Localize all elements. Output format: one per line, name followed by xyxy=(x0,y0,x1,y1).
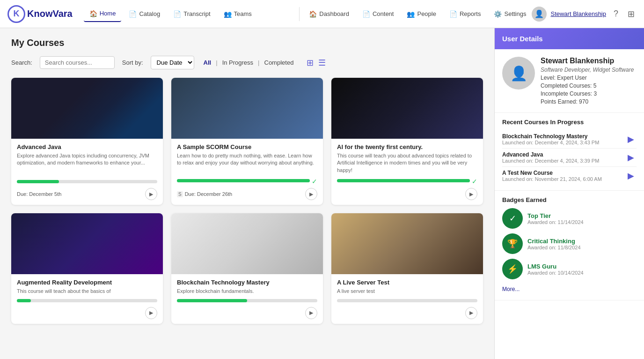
progress-bar-bg xyxy=(337,299,477,302)
nav-link-transcript[interactable]: 📄Transcript xyxy=(168,7,216,22)
progress-bar-fill xyxy=(17,180,59,183)
course-title: AI for the twenty first century. xyxy=(337,143,477,150)
nav-user-area: 👤 Stewart Blankenship ? ⊞ xyxy=(532,7,637,22)
complete-icon: ✓ xyxy=(312,178,317,185)
nav-link-label: Reports xyxy=(460,10,481,17)
recent-course-play-button[interactable]: ▶ xyxy=(625,152,637,163)
nav-link-catalog[interactable]: 📄Catalog xyxy=(123,7,166,22)
nav-link-content[interactable]: 📄Content xyxy=(357,7,400,22)
progress-bar-fill xyxy=(337,179,470,182)
nav-link-teams[interactable]: 👥Teams xyxy=(218,7,257,22)
badge-circle: 🏆 xyxy=(502,233,523,254)
recent-courses-list: Blockchain Technology Mastery Launched o… xyxy=(502,130,637,185)
course-description: Explore advanced Java topics including c… xyxy=(17,152,157,176)
course-body: Advanced Java Explore advanced Java topi… xyxy=(11,139,163,205)
navbar: K KnowVara 🏠Home📄Catalog📄Transcript👥Team… xyxy=(0,0,644,28)
grid-view-button[interactable]: ⊞ xyxy=(306,57,315,69)
people-icon: 👥 xyxy=(407,10,415,18)
nav-link-settings[interactable]: ⚙️Settings xyxy=(488,7,532,22)
course-body: Blockchain Technology Mastery Explore bl… xyxy=(171,274,323,323)
badge-item: ⚡ LMS Guru Awarded on: 10/14/2024 xyxy=(502,259,637,279)
course-thumbnail xyxy=(11,78,163,139)
list-view-button[interactable]: ☰ xyxy=(317,57,327,69)
progress-bar-bg xyxy=(337,179,470,182)
content-icon: 📄 xyxy=(362,10,370,18)
logo-text: KnowVara xyxy=(27,8,73,19)
play-button[interactable]: ▶ xyxy=(305,188,317,200)
nav-link-dashboard[interactable]: 🏠Dashboard xyxy=(303,7,355,22)
badge-name: Critical Thinking xyxy=(527,238,581,245)
settings-icon: ⚙️ xyxy=(494,10,502,18)
recent-course-name: A Test New Course xyxy=(502,170,625,176)
user-menu[interactable]: 👤 Stewart Blankenship xyxy=(532,7,606,22)
nav-links: 🏠Home📄Catalog📄Transcript👥Teams xyxy=(84,6,296,22)
profile-avatar: 👤 xyxy=(502,57,535,90)
course-card: A Live Server Test A live server test ▶ xyxy=(331,213,483,323)
courses-grid: Advanced Java Explore advanced Java topi… xyxy=(11,78,483,324)
sidebar: User Details 👤 Stewart Blankenship Softw… xyxy=(494,28,644,359)
course-body: AI for the twenty first century. This co… xyxy=(331,139,483,205)
logo-icon: K xyxy=(7,5,25,23)
help-button[interactable]: ? xyxy=(612,7,620,21)
catalog-icon: 📄 xyxy=(129,10,137,18)
transcript-icon: 📄 xyxy=(173,10,181,18)
profile-incomplete: Incomplete Courses: 3 xyxy=(541,90,634,97)
due-date: Due: December 5th xyxy=(17,191,61,197)
recent-course-date: Launched on: December 4, 2024, 3:39 PM xyxy=(502,158,625,164)
play-button[interactable]: ▶ xyxy=(145,188,157,200)
filter-in-progress[interactable]: In Progress xyxy=(220,58,255,67)
nav-right-links: 🏠Dashboard📄Content👥People📄Reports⚙️Setti… xyxy=(303,7,532,22)
search-label: Search: xyxy=(11,59,32,66)
search-input[interactable] xyxy=(40,56,115,69)
nav-link-label: Catalog xyxy=(139,10,160,17)
badge-item: 🏆 Critical Thinking Awarded on: 11/8/202… xyxy=(502,233,637,254)
profile-level: Level: Expert User xyxy=(541,75,634,81)
course-footer: Due: December 5th ▶ xyxy=(17,188,157,200)
progress-bar-bg xyxy=(177,299,317,302)
filter-all[interactable]: All xyxy=(202,58,213,67)
recent-course-name: Advanced Java xyxy=(502,151,625,158)
logout-button[interactable]: ⊞ xyxy=(626,7,637,21)
filter-completed[interactable]: Completed xyxy=(263,58,296,67)
course-body: Augmented Reality Development This cours… xyxy=(11,274,163,323)
recent-course-info: Blockchain Technology Mastery Launched o… xyxy=(502,133,625,145)
more-link[interactable]: More... xyxy=(502,284,520,294)
badges-section: Badges Earned ✓ Top Tier Awarded on: 11/… xyxy=(495,191,644,300)
view-icons: ⊞ ☰ xyxy=(306,57,327,69)
recent-course-play-button[interactable]: ▶ xyxy=(625,134,637,145)
logo[interactable]: K KnowVara xyxy=(7,5,73,23)
nav-link-label: Teams xyxy=(234,10,252,17)
recent-section-title: Recent Courses In Progress xyxy=(502,119,637,126)
play-button[interactable]: ▶ xyxy=(305,307,317,319)
badge-circle: ✓ xyxy=(502,208,523,229)
course-title: Blockchain Technology Mastery xyxy=(177,279,317,286)
nav-link-label: Dashboard xyxy=(319,10,349,17)
nav-link-label: Settings xyxy=(504,10,526,17)
sort-select[interactable]: Due Date Title Progress xyxy=(151,56,194,69)
user-profile: 👤 Stewart Blankenship Software Developer… xyxy=(495,49,644,113)
play-button[interactable]: ▶ xyxy=(145,307,157,319)
badge-name: LMS Guru xyxy=(527,263,584,270)
recent-course-play-button[interactable]: ▶ xyxy=(625,170,637,181)
profile-name: Stewart Blankenship xyxy=(541,57,634,65)
course-footer: ▶ xyxy=(17,307,157,319)
badge-item: ✓ Top Tier Awarded on: 11/14/2024 xyxy=(502,208,637,229)
badge-info: Critical Thinking Awarded on: 11/8/2024 xyxy=(527,238,581,250)
sidebar-title: User Details xyxy=(502,35,543,43)
badge-info: Top Tier Awarded on: 11/14/2024 xyxy=(527,212,584,225)
reports-icon: 📄 xyxy=(449,10,457,18)
badges-section-title: Badges Earned xyxy=(502,196,637,203)
nav-link-home[interactable]: 🏠Home xyxy=(84,6,122,22)
nav-link-reports[interactable]: 📄Reports xyxy=(444,7,487,22)
course-thumbnail xyxy=(331,78,483,139)
course-title: Advanced Java xyxy=(17,143,157,150)
course-card: Advanced Java Explore advanced Java topi… xyxy=(11,78,163,205)
play-button[interactable]: ▶ xyxy=(465,188,477,200)
play-button[interactable]: ▶ xyxy=(465,307,477,319)
course-description: This course will teach you about advance… xyxy=(337,152,477,174)
recent-courses-section: Recent Courses In Progress Blockchain Te… xyxy=(495,113,644,191)
nav-username[interactable]: Stewart Blankenship xyxy=(550,10,606,17)
nav-link-people[interactable]: 👥People xyxy=(401,7,441,22)
badge-info: LMS Guru Awarded on: 10/14/2024 xyxy=(527,263,584,276)
course-footer: ▶ xyxy=(177,307,317,319)
